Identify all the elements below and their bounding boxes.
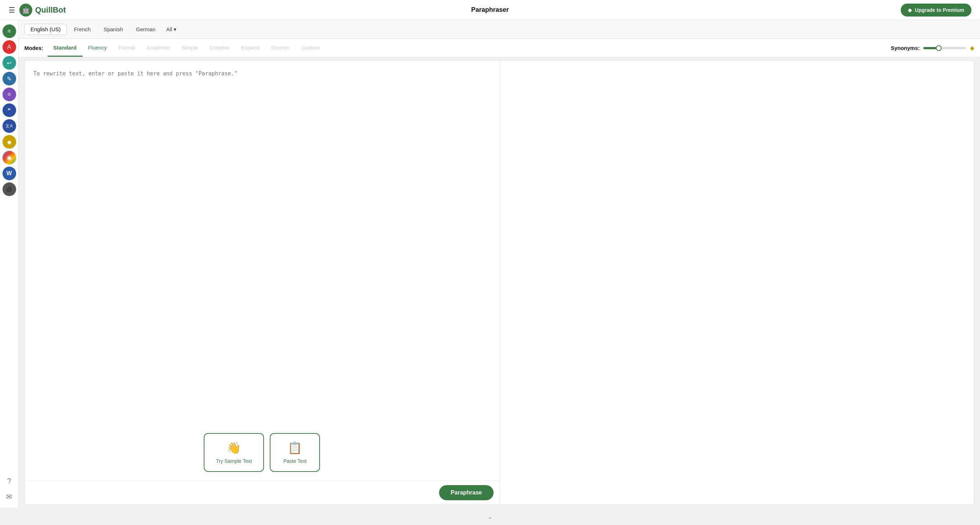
mode-tab-custom[interactable]: Custom bbox=[296, 40, 326, 57]
editor-bottom-bar: Paraphrase bbox=[25, 480, 500, 504]
wave-icon: 👋 bbox=[227, 441, 241, 455]
chevron-down-icon: ▾ bbox=[173, 26, 177, 33]
logo-icon: 🤖 bbox=[19, 3, 32, 16]
sidebar-item-citation[interactable]: ≡ bbox=[3, 88, 16, 101]
main-layout: ≡ A ↩ ✎ ≡ ❝ 文A ◆ ◉ W ⬛ ? ✉ English (US) … bbox=[0, 20, 980, 508]
sidebar-item-quotes[interactable]: ❝ bbox=[3, 104, 16, 117]
modes-label: Modes: bbox=[24, 45, 43, 51]
sidebar-item-grammar[interactable]: A bbox=[3, 40, 16, 54]
lang-tab-all[interactable]: All ▾ bbox=[162, 24, 180, 35]
upgrade-label: Upgrade to Premium bbox=[915, 7, 964, 13]
sidebar-item-word[interactable]: W bbox=[3, 167, 16, 180]
sidebar-item-help[interactable]: ? bbox=[3, 474, 16, 488]
sidebar: ≡ A ↩ ✎ ≡ ❝ 文A ◆ ◉ W ⬛ ? ✉ bbox=[0, 20, 19, 508]
mode-tab-formal[interactable]: Formal bbox=[113, 40, 141, 57]
logo-text: QuillBot bbox=[35, 5, 66, 15]
sidebar-item-chrome[interactable]: ◉ bbox=[3, 151, 16, 164]
editor-panels: 👋 Try Sample Text 📋 Paste Text Paraphras… bbox=[24, 60, 974, 505]
mode-tabs: Modes: Standard Fluency Formal Academic … bbox=[19, 39, 980, 57]
synonyms-slider[interactable] bbox=[923, 47, 966, 49]
sidebar-item-writer[interactable]: ✎ bbox=[3, 72, 16, 85]
synonyms-area: Synonyms: ◆ bbox=[891, 45, 974, 51]
sidebar-item-mail[interactable]: ✉ bbox=[3, 490, 16, 503]
navbar-left: ☰ 🤖 QuillBot bbox=[9, 3, 66, 16]
mode-tab-creative[interactable]: Creative bbox=[204, 40, 235, 57]
synonyms-premium-icon: ◆ bbox=[970, 45, 974, 51]
sidebar-item-summarizer[interactable]: ≡ bbox=[3, 24, 16, 38]
paste-text-button[interactable]: 📋 Paste Text bbox=[270, 433, 320, 472]
sidebar-item-paraphraser[interactable]: ↩ bbox=[3, 56, 16, 70]
sidebar-item-premium[interactable]: ◆ bbox=[3, 135, 16, 148]
editor-right-panel bbox=[500, 61, 974, 504]
mode-tab-standard[interactable]: Standard bbox=[48, 40, 83, 57]
paraphrase-button[interactable]: Paraphrase bbox=[439, 485, 493, 500]
synonyms-thumb[interactable] bbox=[936, 45, 942, 51]
lang-tab-spanish[interactable]: Spanish bbox=[98, 24, 129, 35]
sidebar-item-translate[interactable]: 文A bbox=[3, 119, 16, 133]
try-sample-label: Try Sample Text bbox=[216, 458, 252, 464]
paste-label: Paste Text bbox=[283, 458, 307, 464]
try-sample-button[interactable]: 👋 Try Sample Text bbox=[204, 433, 264, 472]
mode-tab-expand[interactable]: Expand bbox=[235, 40, 265, 57]
menu-icon[interactable]: ☰ bbox=[9, 6, 15, 14]
logo[interactable]: 🤖 QuillBot bbox=[19, 3, 66, 16]
chevron-down-icon: ⌄ bbox=[487, 512, 493, 521]
language-tabs: English (US) French Spanish German All ▾ bbox=[19, 20, 980, 39]
lang-tab-german[interactable]: German bbox=[130, 24, 161, 35]
mode-tab-shorten[interactable]: Shorten bbox=[265, 40, 296, 57]
synonyms-label: Synonyms: bbox=[891, 45, 920, 51]
upgrade-button[interactable]: ◆ Upgrade to Premium bbox=[901, 3, 971, 16]
diamond-icon: ◆ bbox=[908, 7, 912, 13]
mode-tab-academic[interactable]: Academic bbox=[141, 40, 176, 57]
editor-container: 👋 Try Sample Text 📋 Paste Text Paraphras… bbox=[19, 57, 980, 508]
editor-actions: 👋 Try Sample Text 📋 Paste Text bbox=[25, 421, 500, 480]
mode-tab-fluency[interactable]: Fluency bbox=[83, 40, 113, 57]
sidebar-item-monitor[interactable]: ⬛ bbox=[3, 182, 16, 196]
lang-tab-english[interactable]: English (US) bbox=[24, 24, 67, 35]
mode-tab-simple[interactable]: Simple bbox=[176, 40, 204, 57]
content-area: English (US) French Spanish German All ▾… bbox=[19, 20, 980, 508]
editor-left-panel: 👋 Try Sample Text 📋 Paste Text Paraphras… bbox=[25, 61, 500, 504]
page-title: Paraphraser bbox=[471, 6, 509, 14]
navbar: ☰ 🤖 QuillBot Paraphraser ◆ Upgrade to Pr… bbox=[0, 0, 980, 20]
lang-tab-french[interactable]: French bbox=[68, 24, 97, 35]
clipboard-icon: 📋 bbox=[288, 441, 302, 455]
all-label: All bbox=[166, 26, 172, 32]
input-textarea[interactable] bbox=[25, 61, 500, 421]
bottom-bar: ⌄ bbox=[0, 508, 980, 525]
